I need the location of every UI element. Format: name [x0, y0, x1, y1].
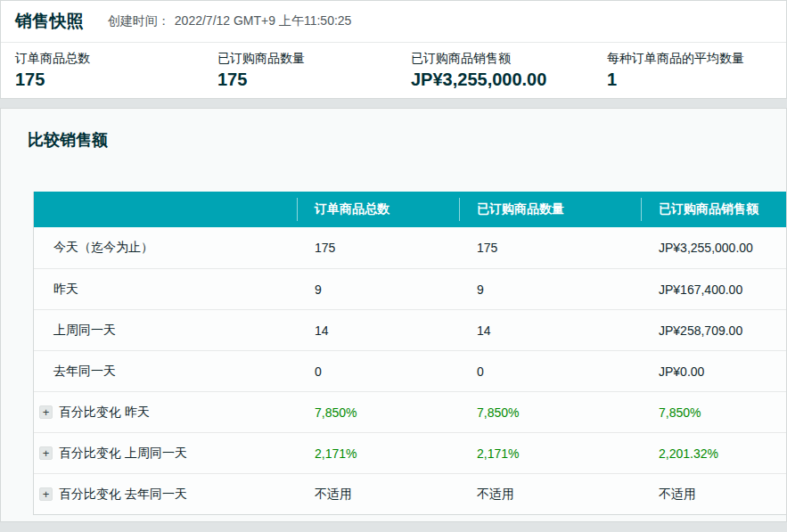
- row-value: JP¥258,709.00: [641, 310, 786, 350]
- compare-sales-card: 比较销售额 订单商品总数 已订购商品数量 已订购商品销售额 今天（迄今为止） 1…: [0, 108, 787, 522]
- row-value: 14: [459, 310, 641, 350]
- comparison-table: 订单商品总数 已订购商品数量 已订购商品销售额 今天（迄今为止） 175 175…: [33, 192, 787, 515]
- table-row: + 百分比变化 去年同一天 不适用 不适用 不适用: [34, 473, 786, 514]
- expand-plus-icon[interactable]: +: [39, 405, 53, 419]
- stat-label: 订单商品总数: [15, 51, 217, 67]
- created-time: 创建时间：2022/7/12 GMT+9 上午11:50:25: [108, 13, 352, 29]
- table-row: 今天（迄今为止） 175 175 JP¥3,255,000.00: [34, 227, 786, 268]
- stat-label: 每种订单商品的平均数量: [607, 51, 744, 67]
- comparison-table-body: 今天（迄今为止） 175 175 JP¥3,255,000.00 昨天 9 9 …: [34, 227, 786, 514]
- table-row: 去年同一天 0 0 JP¥0.00: [34, 350, 786, 391]
- created-time-value: 2022/7/12 GMT+9 上午11:50:25: [175, 13, 352, 28]
- expand-plus-icon[interactable]: +: [39, 446, 53, 460]
- row-value: 不适用: [297, 474, 459, 514]
- row-value: 7,850%: [641, 392, 786, 432]
- snapshot-header: 销售快照 创建时间：2022/7/12 GMT+9 上午11:50:25: [1, 1, 786, 43]
- row-label-cell: + 百分比变化 昨天: [34, 392, 297, 432]
- row-value: 9: [459, 269, 641, 309]
- sales-snapshot-card: 销售快照 创建时间：2022/7/12 GMT+9 上午11:50:25 订单商…: [0, 0, 787, 99]
- row-label-cell: + 百分比变化 去年同一天: [34, 474, 297, 514]
- table-header-row: 订单商品总数 已订购商品数量 已订购商品销售额: [34, 192, 786, 227]
- row-value: 7,850%: [459, 392, 641, 432]
- row-value: 175: [297, 227, 459, 268]
- table-row: 昨天 9 9 JP¥167,400.00: [34, 268, 786, 309]
- stat-avg-units-per-order-item: 每种订单商品的平均数量 1: [607, 51, 744, 90]
- column-header-units-ordered: 已订购商品数量: [459, 192, 641, 227]
- row-value: 0: [459, 351, 641, 391]
- stat-total-order-items: 订单商品总数 175: [15, 51, 217, 90]
- section-title: 比较销售额: [28, 129, 786, 151]
- row-value: JP¥0.00: [641, 351, 786, 391]
- table-row: + 百分比变化 上周同一天 2,171% 2,171% 2,201.32%: [34, 432, 786, 473]
- row-label: 百分比变化 上周同一天: [59, 446, 187, 462]
- stat-value: 1: [607, 70, 744, 90]
- row-value: 2,201.32%: [641, 433, 786, 473]
- column-header-total-order-items: 订单商品总数: [297, 192, 459, 227]
- row-value: 2,171%: [459, 433, 641, 473]
- stat-value: 175: [15, 70, 217, 90]
- stat-value: JP¥3,255,000.00: [411, 70, 607, 90]
- row-label-cell: 去年同一天: [34, 351, 297, 391]
- row-value: JP¥3,255,000.00: [641, 227, 786, 268]
- row-label-cell: 今天（迄今为止）: [34, 227, 297, 268]
- stats-row: 订单商品总数 175 已订购商品数量 175 已订购商品销售额 JP¥3,255…: [1, 43, 786, 90]
- stat-value: 175: [217, 70, 411, 90]
- column-header-ordered-product-sales: 已订购商品销售额: [641, 192, 786, 227]
- stat-label: 已订购商品数量: [217, 51, 411, 67]
- page-title: 销售快照: [15, 10, 84, 33]
- row-value: 175: [459, 227, 641, 268]
- row-label: 今天（迄今为止）: [53, 240, 153, 256]
- row-value: 不适用: [641, 474, 786, 514]
- stat-label: 已订购商品销售额: [411, 51, 607, 67]
- row-label: 上周同一天: [53, 323, 116, 339]
- row-label: 百分比变化 昨天: [59, 405, 150, 421]
- row-value: 不适用: [459, 474, 641, 514]
- stat-ordered-product-sales: 已订购商品销售额 JP¥3,255,000.00: [411, 51, 607, 90]
- created-time-label: 创建时间：: [108, 13, 170, 28]
- column-header-empty: [34, 192, 297, 227]
- table-row: 上周同一天 14 14 JP¥258,709.00: [34, 309, 786, 350]
- row-label: 昨天: [53, 282, 78, 298]
- row-value: 2,171%: [297, 433, 459, 473]
- row-value: 0: [297, 351, 459, 391]
- row-label: 去年同一天: [53, 364, 116, 380]
- expand-plus-icon[interactable]: +: [39, 487, 53, 501]
- row-label-cell: + 百分比变化 上周同一天: [34, 433, 297, 473]
- row-value: 7,850%: [297, 392, 459, 432]
- table-row: + 百分比变化 昨天 7,850% 7,850% 7,850%: [34, 391, 786, 432]
- row-label-cell: 上周同一天: [34, 310, 297, 350]
- row-value: JP¥167,400.00: [641, 269, 786, 309]
- row-label: 百分比变化 去年同一天: [59, 487, 187, 503]
- stat-units-ordered: 已订购商品数量 175: [217, 51, 411, 90]
- row-value: 14: [297, 310, 459, 350]
- row-value: 9: [297, 269, 459, 309]
- row-label-cell: 昨天: [34, 269, 297, 309]
